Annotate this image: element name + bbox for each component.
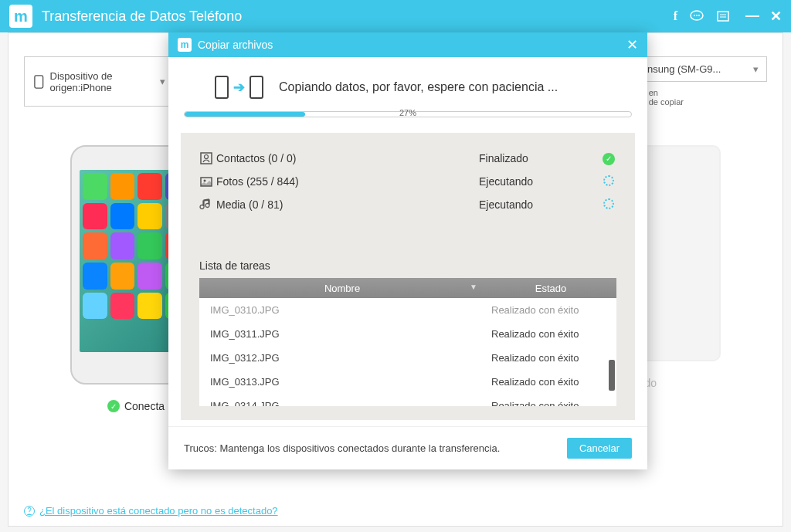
spinner-icon (603, 175, 614, 186)
task-list-title: Lista de tareas (199, 255, 616, 278)
phone-icon (34, 74, 44, 90)
status-block: Contactos (0 / 0)Finalizado✓Fotos (255 /… (181, 133, 635, 420)
task-row: IMG_0312.JPGRealizado con éxito (199, 346, 616, 370)
copy-heading: Copiando datos, por favor, espere con pa… (279, 80, 558, 94)
cancel-button[interactable]: Cancelar (567, 438, 632, 459)
help-icon: ? (24, 506, 35, 517)
category-row: Media (0 / 81)Ejecutando (199, 193, 616, 216)
facebook-icon[interactable]: f (674, 9, 677, 23)
svg-point-2 (696, 15, 698, 16)
task-state: Realizado con éxito (491, 400, 610, 406)
titlebar-social-icons: f (674, 9, 730, 23)
svg-point-1 (694, 15, 695, 16)
check-icon: ✓ (107, 400, 120, 412)
category-row: Fotos (255 / 844)Ejecutando (199, 170, 616, 193)
column-name-header[interactable]: Nombre ▼ (199, 283, 485, 294)
task-name: IMG_0311.JPG (205, 328, 491, 340)
copy-files-dialog: m Copiar archivos ✕ ➔ Copiando datos, po… (168, 32, 647, 469)
spinner-icon (603, 198, 614, 209)
svg-rect-7 (35, 75, 43, 87)
dialog-close-button[interactable]: ✕ (626, 36, 638, 53)
task-name: IMG_0312.JPG (205, 352, 491, 364)
task-state: Realizado con éxito (491, 328, 610, 340)
tip-text: Trucos: Mantenga los dispositivos conect… (184, 442, 500, 454)
sort-icon: ▼ (470, 283, 477, 291)
done-icon: ✓ (603, 153, 615, 165)
app-logo: m (9, 5, 32, 28)
window-controls: — ✕ (745, 8, 782, 25)
svg-rect-4 (718, 12, 728, 21)
chevron-down-icon: ▾ (753, 63, 759, 75)
category-state: Ejecutando (479, 175, 601, 188)
app-title: Transferencia de Datos Teléfono (42, 8, 674, 25)
task-row: IMG_0310.JPGRealizado con éxito (199, 298, 616, 322)
info-text: os en es de copiar (637, 85, 767, 107)
close-button[interactable]: ✕ (770, 8, 782, 25)
task-rows: IMG_0310.JPGRealizado con éxitoIMG_0311.… (199, 298, 616, 406)
category-state: Finalizado (479, 152, 601, 164)
task-row: IMG_0314.JPGRealizado con éxito (199, 394, 616, 406)
titlebar: m Transferencia de Datos Teléfono f — ✕ (0, 0, 791, 32)
dialog-titlebar: m Copiar archivos ✕ (168, 32, 647, 57)
dialog-title: Copiar archivos (198, 39, 273, 51)
progress-percent-label: 27% (184, 108, 632, 117)
column-state-header[interactable]: Estado (485, 283, 616, 294)
category-state: Ejecutando (479, 198, 601, 211)
task-row: IMG_0311.JPGRealizado con éxito (199, 322, 616, 346)
source-device-label: Dispositivo de origen:iPhone (50, 70, 164, 93)
task-state: Realizado con éxito (491, 376, 610, 388)
category-row: Contactos (0 / 0)Finalizado✓ (199, 147, 616, 170)
svg-point-9 (205, 155, 209, 159)
minimize-button[interactable]: — (745, 8, 759, 25)
dialog-footer: Trucos: Mantenga los dispositivos conect… (168, 426, 647, 469)
task-row: IMG_0313.JPGRealizado con éxito (199, 370, 616, 394)
chevron-down-icon: ▾ (160, 76, 165, 87)
task-state: Realizado con éxito (491, 304, 610, 316)
transfer-icon: ➔ (215, 76, 263, 99)
target-device-select[interactable]: nsung (SM-G9... ▾ (637, 56, 767, 82)
help-link[interactable]: ? ¿El dispositivo está conectado pero no… (24, 505, 278, 517)
task-name: IMG_0313.JPG (205, 376, 491, 388)
media-icon (199, 198, 216, 212)
dialog-logo: m (178, 38, 192, 52)
news-icon[interactable] (716, 10, 730, 22)
source-connected-label: Conecta (124, 400, 165, 412)
target-device-label: nsung (SM-G9... (647, 63, 721, 75)
svg-point-11 (204, 180, 206, 182)
task-name: IMG_0310.JPG (205, 304, 491, 316)
task-table-header: Nombre ▼ Estado (199, 278, 616, 298)
svg-point-3 (698, 15, 700, 16)
task-state: Realizado con éxito (491, 352, 610, 364)
scrollbar[interactable] (609, 298, 615, 406)
category-label: Contactos (0 / 0) (216, 152, 479, 164)
chat-icon[interactable] (690, 10, 704, 22)
scroll-thumb[interactable] (609, 360, 615, 391)
arrow-right-icon: ➔ (233, 79, 245, 96)
source-device-select[interactable]: Dispositivo de origen:iPhone ▾ (24, 56, 174, 107)
task-name: IMG_0314.JPG (205, 400, 491, 406)
photos-icon (199, 175, 216, 188)
category-label: Media (0 / 81) (216, 198, 479, 211)
category-label: Fotos (255 / 844) (216, 175, 479, 188)
contacts-icon (199, 151, 216, 165)
